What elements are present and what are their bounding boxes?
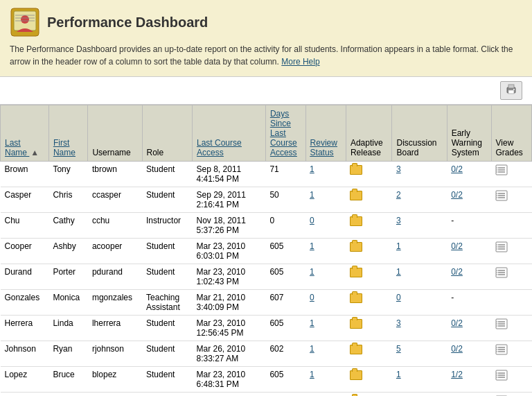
discussion-board-link[interactable]: 1 [396,370,401,379]
folder-icon [350,165,362,175]
cell-last-access: Mar 23, 2010 6:48:31 PM [193,367,266,393]
early-warning-link[interactable]: 0/2 [451,190,463,200]
cell-early-warning: 0/2 [447,341,491,367]
cell-discussion-board: 3 [392,316,447,341]
discussion-board-link[interactable]: 2 [396,190,401,200]
checklist-icon [495,241,508,252]
cell-days-since: 0 [265,213,305,239]
sort-first-name-link[interactable]: First Name [53,138,76,157]
cell-username: pdurand [88,264,142,290]
discussion-board-link[interactable]: 3 [396,216,401,225]
cell-adaptive-release [346,213,392,239]
header-description: The Performance Dashboard provides an up… [10,43,522,68]
table-header-row: Last Name ▲ First Name Username Role Las… [1,105,532,162]
table-container: Last Name ▲ First Name Username Role Las… [0,105,532,396]
cell-last-name: Perez [1,393,49,397]
cell-review-status: 1 [305,393,346,397]
review-status-link[interactable]: 0 [310,216,314,225]
col-header-view-grades: View Grades [491,105,531,162]
cell-last-access: Sep 29, 2011 2:16:41 PM [193,187,266,213]
sort-last-access-link[interactable]: Last Course Access [197,138,242,157]
cell-first-name: Porter [48,264,88,290]
more-help-link[interactable]: More Help [281,57,319,67]
svg-point-2 [21,15,29,24]
checklist-icon [495,318,508,329]
cell-last-name: Lopez [1,367,49,393]
table-row: HerreraLindalherreraStudentMar 23, 2010 … [1,316,532,341]
cell-view-grades [491,393,531,397]
cell-days-since: 71 [265,162,305,187]
table-row: PerezJavierjperezStudentMar 23, 2010 7:0… [1,393,532,397]
cell-days-since: 605 [265,264,305,290]
discussion-board-link[interactable]: 0 [396,293,401,302]
cell-first-name: Linda [48,316,88,341]
cell-last-name: Gonzales [1,290,49,316]
cell-review-status: 1 [305,316,346,341]
early-warning-link[interactable]: 0/2 [451,267,463,277]
checklist-icon [495,164,508,175]
early-warning-link[interactable]: 0/2 [451,164,463,174]
sort-days-link[interactable]: Days Since Last Course Access [270,109,297,157]
early-warning-link[interactable]: 0/2 [451,344,463,354]
cell-discussion-board: 3 [392,213,447,239]
cell-adaptive-release [346,187,392,213]
cell-role: Student [142,341,192,367]
table-body: BrownTonytbrownStudentSep 8, 2011 4:41:5… [1,162,532,397]
cell-username: mgonzales [88,290,142,316]
cell-view-grades [491,239,531,264]
review-status-link[interactable]: 1 [310,190,314,200]
dashboard-icon [10,7,40,37]
review-status-link[interactable]: 1 [310,164,314,174]
cell-early-warning: 0/2 [447,239,491,264]
cell-view-grades [491,162,531,187]
cell-view-grades [491,316,531,341]
cell-last-access: Mar 26, 2010 8:33:27 AM [193,341,266,367]
early-warning-link[interactable]: 0/2 [451,318,463,328]
folder-icon [350,216,362,226]
cell-username: acooper [88,239,142,264]
discussion-board-link[interactable]: 3 [396,318,401,328]
cell-last-name: Herrera [1,316,49,341]
cell-last-name: Chu [1,213,49,239]
cell-discussion-board: 1 [392,264,447,290]
col-header-days-since: Days Since Last Course Access [265,105,305,162]
cell-last-access: Nov 18, 2011 5:37:26 PM [193,213,266,239]
review-status-link[interactable]: 1 [310,370,314,379]
review-status-link[interactable]: 1 [310,318,314,328]
cell-last-name: Durand [1,264,49,290]
discussion-board-link[interactable]: 3 [396,164,401,174]
review-status-link[interactable]: 0 [310,293,314,302]
discussion-board-link[interactable]: 5 [396,344,401,354]
review-status-link[interactable]: 1 [310,267,314,277]
discussion-board-link[interactable]: 1 [396,241,401,251]
col-header-username: Username [88,105,142,162]
cell-first-name: Cathy [48,213,88,239]
cell-last-name: Johnson [1,341,49,367]
folder-icon [350,191,362,200]
review-status-link[interactable]: 1 [310,344,314,354]
cell-review-status: 1 [305,239,346,264]
cell-early-warning: 0/2 [447,187,491,213]
svg-rect-7 [508,85,514,88]
table-row: GonzalesMonicamgonzalesTeaching Assistan… [1,290,532,316]
col-header-last-access: Last Course Access [193,105,266,162]
col-header-adaptive-release: Adaptive Release [346,105,392,162]
sort-review-link[interactable]: Review Status [310,138,337,157]
cell-last-access: Mar 23, 2010 12:56:45 PM [193,316,266,341]
cell-discussion-board: 3 [392,162,447,187]
discussion-board-link[interactable]: 1 [396,267,401,277]
cell-role: Student [142,316,192,341]
cell-review-status: 1 [305,367,346,393]
cell-days-since: 602 [265,341,305,367]
table-row: ChuCathycchuInstructorNov 18, 2011 5:37:… [1,213,532,239]
header-top: Performance Dashboard [10,7,522,37]
cell-days-since: 605 [265,367,305,393]
early-warning-link[interactable]: 1/2 [451,370,463,379]
svg-rect-8 [508,90,514,94]
early-warning-link[interactable]: 0/2 [451,241,463,251]
cell-username: rjohnson [88,341,142,367]
review-status-link[interactable]: 1 [310,241,314,251]
cell-adaptive-release [346,341,392,367]
sort-last-name-link[interactable]: Last Name [5,138,29,157]
print-button[interactable] [500,81,522,100]
